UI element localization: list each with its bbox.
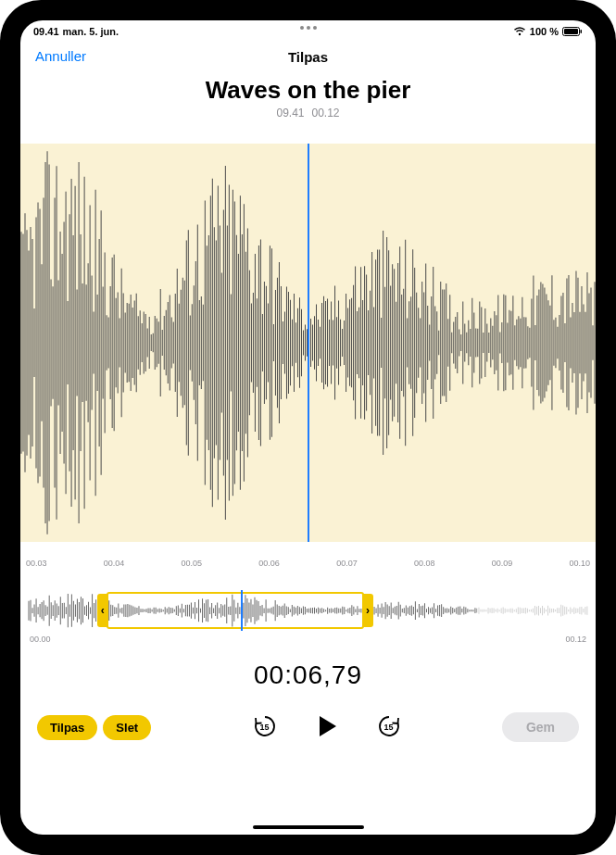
ruler-tick: 00.03 [26, 559, 47, 568]
overview-trimmer[interactable]: ‹ › 00.00 00.12 [28, 592, 588, 629]
battery-text: 100 % [530, 26, 559, 37]
ruler-tick: 00.07 [336, 559, 358, 568]
svg-rect-1 [564, 29, 578, 34]
ruler-tick: 00.06 [258, 559, 280, 568]
current-time: 00:06,79 [20, 660, 596, 690]
trim-handle-left[interactable]: ‹ [97, 594, 108, 627]
wifi-icon [513, 27, 526, 36]
waveform-main[interactable] [20, 144, 596, 542]
nav-title: Tilpas [288, 49, 328, 65]
cancel-button[interactable]: Annuller [35, 48, 86, 64]
recording-time: 09.41 [276, 107, 304, 119]
ruler-tick: 00.10 [569, 559, 590, 568]
seek-back-value: 15 [260, 723, 270, 732]
multitask-dots[interactable] [300, 26, 317, 30]
screen: 09.41 man. 5. jun. 100 % Annuller Tilpas [20, 20, 596, 835]
play-icon [314, 713, 340, 739]
overview-end-label: 00.12 [565, 635, 586, 644]
ruler-tick: 00.09 [492, 559, 513, 568]
trim-selection[interactable]: ‹ › [107, 592, 364, 629]
save-button[interactable]: Gem [502, 712, 579, 742]
ruler-tick: 00.08 [414, 559, 435, 568]
status-bar: 09.41 man. 5. jun. 100 % [20, 20, 596, 41]
ruler-tick: 00.05 [182, 559, 203, 568]
trim-handle-right[interactable]: › [362, 594, 373, 627]
status-date: man. 5. jun. [63, 26, 119, 37]
seek-forward-15-button[interactable]: 15 [377, 714, 401, 741]
delete-button[interactable]: Slet [103, 715, 151, 740]
seek-fwd-value: 15 [384, 723, 394, 732]
seek-back-15-button[interactable]: 15 [253, 714, 277, 741]
trim-button[interactable]: Tilpas [37, 715, 97, 740]
home-indicator[interactable] [253, 825, 364, 829]
ipad-frame: 09.41 man. 5. jun. 100 % Annuller Tilpas [0, 0, 616, 855]
nav-bar: Annuller Tilpas [20, 41, 596, 72]
recording-title[interactable]: Waves on the pier [20, 76, 596, 105]
controls-bar: Tilpas Slet 15 15 Gem [20, 690, 596, 742]
overview-playhead[interactable] [241, 590, 243, 631]
time-ruler: 00.0300.0400.0500.0600.0700.0800.0900.10 [20, 542, 596, 568]
ruler-tick: 00.04 [104, 559, 125, 568]
overview-start-label: 00.00 [30, 635, 51, 644]
status-time: 09.41 [33, 26, 59, 37]
battery-icon [562, 27, 583, 36]
play-button[interactable] [314, 713, 340, 742]
svg-rect-2 [581, 30, 583, 33]
playhead[interactable] [308, 144, 309, 542]
recording-duration: 00.12 [312, 107, 340, 119]
